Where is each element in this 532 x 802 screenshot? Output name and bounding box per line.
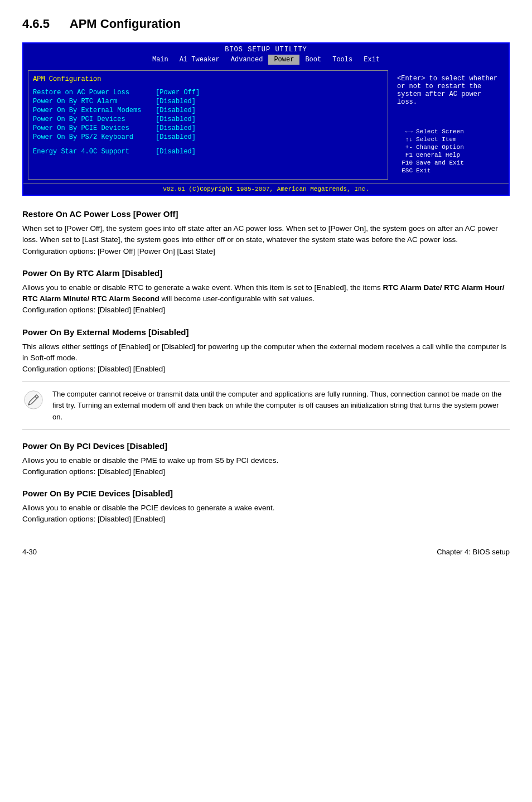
section-heading: 4.6.5 APM Configuration: [22, 17, 510, 31]
bios-tab-power[interactable]: Power: [268, 55, 299, 65]
bios-nav-item-2: +- Change Option: [397, 144, 500, 151]
section-pcie-devices: Power On By PCIE Devices [Disabled] Allo…: [22, 489, 510, 525]
bios-nav-item-5: ESC Exit: [397, 167, 500, 174]
chapter-label: Chapter 4: BIOS setup: [437, 548, 510, 556]
bios-nav-desc-3: General Help: [416, 152, 460, 158]
ext-modems-description: This allows either settings of [Enabled]…: [22, 341, 510, 364]
bios-item-value-5: [Disabled]: [156, 133, 196, 141]
section-ext-modems: Power On By External Modems [Disabled] T…: [22, 327, 510, 430]
bios-tab-bar: Main Ai Tweaker Advanced Power Boot Tool…: [23, 55, 509, 67]
bios-nav-item-4: F10 Save and Exit: [397, 160, 500, 166]
bios-nav-item-3: F1 General Help: [397, 152, 500, 158]
bios-item-name-3: Power On By PCI Devices: [33, 115, 156, 123]
bios-item-value-0: [Power Off]: [156, 89, 200, 96]
pci-devices-config: Configuration options: [Disabled] [Enabl…: [22, 466, 510, 477]
rtc-alarm-description: Allows you to enable or disable RTC to g…: [22, 282, 510, 305]
bios-right-panel: <Enter> to select whether or not to rest…: [393, 70, 504, 180]
subsection-title-rtc-alarm: Power On By RTC Alarm [Disabled]: [22, 268, 510, 278]
bios-nav-key-0: ←→: [397, 128, 413, 135]
bios-item-3[interactable]: Power On By PCI Devices [Disabled]: [33, 115, 383, 123]
bios-nav-key-4: F10: [397, 160, 413, 166]
bios-nav-desc-5: Exit: [416, 167, 431, 174]
section-number: 4.6.5: [22, 17, 50, 31]
bios-nav-desc-1: Select Item: [416, 136, 457, 143]
subsection-body-pci-devices: Allows you to enable or disable the PME …: [22, 455, 510, 478]
pcie-devices-config: Configuration options: [Disabled] [Enabl…: [22, 514, 510, 525]
pcie-devices-description: Allows you to enable or disable the PCIE…: [22, 503, 510, 514]
subsection-body-pcie-devices: Allows you to enable or disable the PCIE…: [22, 503, 510, 525]
bios-item-name-energy: Energy Star 4.0C Support: [33, 148, 156, 156]
ac-power-description: When set to [Power Off], the system goes…: [22, 223, 510, 246]
bios-item-value-2: [Disabled]: [156, 107, 196, 114]
bios-top-bar: BIOS SETUP UTILITY: [23, 44, 509, 55]
bios-nav-key-3: F1: [397, 152, 413, 158]
section-rtc-alarm: Power On By RTC Alarm [Disabled] Allows …: [22, 268, 510, 316]
bios-nav-key-2: +-: [397, 144, 413, 151]
bios-item-name-5: Power On By PS/2 Keyboard: [33, 133, 156, 141]
bios-body: APM Configuration Restore on AC Power Lo…: [23, 67, 509, 183]
bios-item-name-0: Restore on AC Power Loss: [33, 89, 156, 96]
bios-tab-aitweaker[interactable]: Ai Tweaker: [174, 55, 225, 65]
svg-point-0: [25, 391, 42, 409]
bios-item-value-4: [Disabled]: [156, 124, 196, 132]
bios-nav-desc-2: Change Option: [416, 144, 464, 151]
bios-nav-key-5: ESC: [397, 167, 413, 174]
bios-item-2[interactable]: Power On By External Modems [Disabled]: [33, 107, 383, 114]
bios-help-text: <Enter> to select whether or not to rest…: [397, 75, 500, 106]
bios-item-4[interactable]: Power On By PCIE Devices [Disabled]: [33, 124, 383, 132]
note-box-ext-modems: The computer cannot receive or transmit …: [22, 381, 510, 429]
rtc-alarm-config: Configuration options: [Disabled] [Enabl…: [22, 305, 510, 316]
bios-tab-boot[interactable]: Boot: [299, 55, 327, 65]
section-pci-devices: Power On By PCI Devices [Disabled] Allow…: [22, 441, 510, 478]
bios-item-value-1: [Disabled]: [156, 98, 196, 105]
subsection-body-ext-modems: This allows either settings of [Enabled]…: [22, 341, 510, 375]
bios-footer: v02.61 (C)Copyright 1985-2007, American …: [23, 183, 509, 195]
bios-nav-item-0: ←→ Select Screen: [397, 128, 500, 135]
bios-item-name-2: Power On By External Modems: [33, 107, 156, 114]
bios-item-name-4: Power On By PCIE Devices: [33, 124, 156, 132]
bios-tab-tools[interactable]: Tools: [327, 55, 358, 65]
subsection-title-ac-power: Restore On AC Power Loss [Power Off]: [22, 209, 510, 219]
pci-devices-description: Allows you to enable or disable the PME …: [22, 455, 510, 466]
bios-nav-item-1: ↑↓ Select Item: [397, 136, 500, 143]
section-ac-power: Restore On AC Power Loss [Power Off] Whe…: [22, 209, 510, 257]
bios-nav: ←→ Select Screen ↑↓ Select Item +- Chang…: [397, 128, 500, 174]
bios-item-0[interactable]: Restore on AC Power Loss [Power Off]: [33, 89, 383, 96]
bios-tab-exit[interactable]: Exit: [358, 55, 385, 65]
bios-item-name-1: Power On By RTC Alarm: [33, 98, 156, 105]
bios-item-value-energy: [Disabled]: [156, 148, 196, 156]
ac-power-config: Configuration options: [Power Off] [Powe…: [22, 246, 510, 257]
ext-modems-config: Configuration options: [Disabled] [Enabl…: [22, 364, 510, 375]
pencil-icon: [22, 390, 45, 414]
subsection-body-rtc-alarm: Allows you to enable or disable RTC to g…: [22, 282, 510, 316]
subsection-title-pcie-devices: Power On By PCIE Devices [Disabled]: [22, 489, 510, 498]
bios-nav-key-1: ↑↓: [397, 136, 413, 143]
subsection-body-ac-power: When set to [Power Off], the system goes…: [22, 223, 510, 257]
bios-section-label: APM Configuration: [33, 75, 383, 83]
subsection-title-pci-devices: Power On By PCI Devices [Disabled]: [22, 441, 510, 451]
bios-screen: BIOS SETUP UTILITY Main Ai Tweaker Advan…: [22, 42, 510, 196]
page-number: 4-30: [22, 548, 37, 556]
bios-item-5[interactable]: Power On By PS/2 Keyboard [Disabled]: [33, 133, 383, 141]
bios-item-value-3: [Disabled]: [156, 115, 196, 123]
bios-nav-desc-4: Save and Exit: [416, 160, 464, 166]
subsection-title-ext-modems: Power On By External Modems [Disabled]: [22, 327, 510, 337]
bios-tab-advanced[interactable]: Advanced: [225, 55, 269, 65]
section-title: APM Configuration: [70, 17, 181, 31]
bios-tab-main[interactable]: Main: [147, 55, 174, 65]
bios-item-1[interactable]: Power On By RTC Alarm [Disabled]: [33, 98, 383, 105]
bios-item-energy[interactable]: Energy Star 4.0C Support [Disabled]: [33, 148, 383, 156]
bios-left-panel: APM Configuration Restore on AC Power Lo…: [28, 70, 388, 180]
page-footer: 4-30 Chapter 4: BIOS setup: [22, 548, 510, 556]
bios-nav-desc-0: Select Screen: [416, 128, 464, 135]
rtc-bold-text: RTC Alarm Date/ RTC Alarm Hour/ RTC Alar…: [22, 283, 505, 303]
note-text-ext-modems: The computer cannot receive or transmit …: [52, 389, 510, 422]
